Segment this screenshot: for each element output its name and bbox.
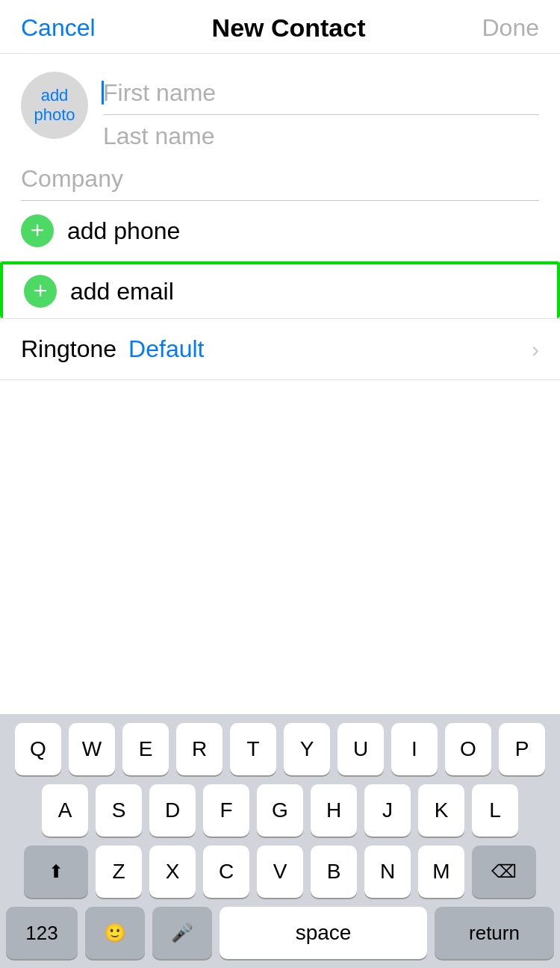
key-q[interactable]: Q	[15, 723, 61, 775]
keyboard-row-1: Q W E R T Y U I O P	[6, 723, 554, 775]
key-w[interactable]: W	[69, 723, 115, 775]
numbers-key[interactable]: 123	[6, 907, 78, 959]
done-button[interactable]: Done	[482, 14, 540, 42]
ringtone-value: Default	[128, 335, 204, 363]
key-c[interactable]: C	[203, 846, 249, 898]
key-h[interactable]: H	[311, 784, 357, 837]
add-phone-icon: +	[21, 214, 54, 247]
add-phone-label: add phone	[67, 217, 180, 245]
first-name-wrapper	[103, 72, 539, 115]
key-m[interactable]: M	[418, 846, 464, 898]
ringtone-left: Ringtone Default	[21, 335, 204, 363]
add-email-row-wrapper: + add email	[0, 261, 560, 319]
shift-key[interactable]: ⬆	[24, 846, 88, 898]
key-s[interactable]: S	[96, 784, 142, 837]
keyboard: Q W E R T Y U I O P A S D F G H J K L ⬆ …	[0, 714, 560, 968]
key-g[interactable]: G	[257, 784, 303, 837]
key-v[interactable]: V	[257, 846, 303, 898]
add-phone-row[interactable]: + add phone	[0, 201, 560, 261]
key-r[interactable]: R	[176, 723, 223, 775]
key-b[interactable]: B	[311, 846, 357, 898]
ringtone-row[interactable]: Ringtone Default ›	[0, 319, 560, 380]
key-d[interactable]: D	[149, 784, 196, 837]
ringtone-label: Ringtone	[21, 335, 116, 363]
key-y[interactable]: Y	[284, 723, 330, 775]
company-section	[21, 158, 539, 201]
company-input[interactable]	[21, 165, 539, 193]
key-t[interactable]: T	[230, 723, 276, 775]
backspace-key[interactable]: ⌫	[472, 846, 536, 898]
first-name-input[interactable]	[103, 79, 539, 107]
add-email-row[interactable]: + add email	[0, 261, 560, 318]
key-j[interactable]: J	[364, 784, 411, 837]
keyboard-row-2: A S D F G H J K L	[6, 784, 554, 837]
emoji-key[interactable]: 🙂	[85, 907, 145, 959]
key-k[interactable]: K	[418, 784, 464, 837]
key-n[interactable]: N	[364, 846, 411, 898]
header: Cancel New Contact Done	[0, 0, 560, 54]
contact-form: addphoto	[0, 54, 560, 158]
last-name-input[interactable]	[103, 122, 539, 150]
add-photo-button[interactable]: addphoto	[21, 72, 88, 139]
add-photo-label: addphoto	[34, 86, 75, 125]
name-fields	[103, 72, 539, 158]
key-l[interactable]: L	[472, 784, 518, 837]
microphone-key[interactable]: 🎤	[152, 907, 212, 959]
space-key[interactable]: space	[220, 907, 427, 959]
cancel-button[interactable]: Cancel	[21, 14, 96, 42]
ringtone-chevron-icon: ›	[532, 337, 539, 362]
key-u[interactable]: U	[337, 723, 384, 775]
key-e[interactable]: E	[122, 723, 169, 775]
return-key[interactable]: return	[435, 907, 554, 959]
key-o[interactable]: O	[445, 723, 491, 775]
keyboard-row-3: ⬆ Z X C V B N M ⌫	[6, 846, 554, 898]
key-p[interactable]: P	[499, 723, 545, 775]
key-i[interactable]: I	[391, 723, 438, 775]
last-name-wrapper	[103, 115, 539, 158]
key-x[interactable]: X	[149, 846, 196, 898]
key-a[interactable]: A	[42, 784, 88, 837]
page-title: New Contact	[212, 13, 366, 43]
key-z[interactable]: Z	[96, 846, 142, 898]
keyboard-row-4: 123 🙂 🎤 space return	[6, 907, 554, 959]
add-email-label: add email	[70, 278, 174, 305]
key-f[interactable]: F	[203, 784, 249, 837]
add-email-icon: +	[24, 275, 57, 308]
